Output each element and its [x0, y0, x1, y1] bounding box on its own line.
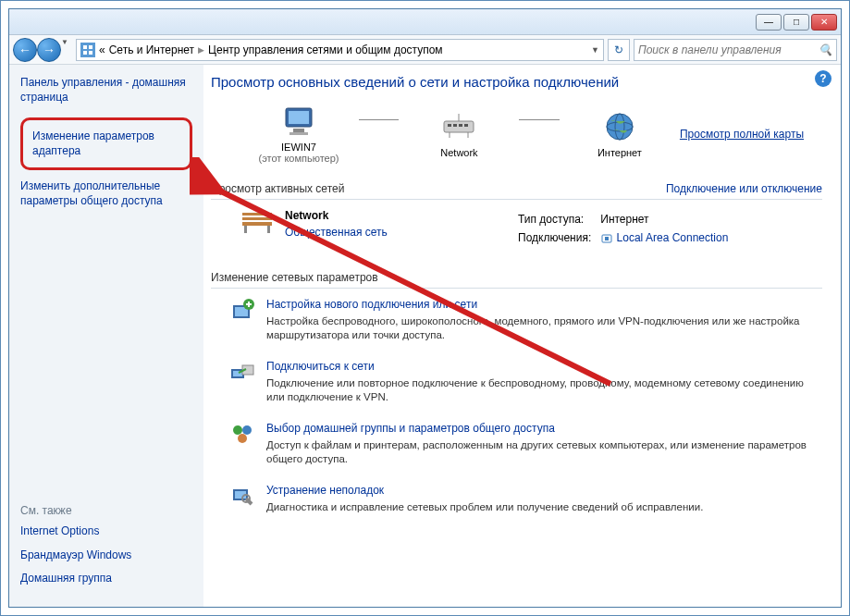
- page-title: Просмотр основных сведений о сети и наст…: [211, 74, 822, 90]
- svg-rect-24: [267, 226, 270, 233]
- svg-rect-13: [464, 124, 468, 127]
- map-node-network: Network: [408, 110, 510, 158]
- park-bench-icon: [239, 209, 276, 235]
- sidebar-advanced-sharing-link[interactable]: Изменить дополнительные параметры общего…: [20, 179, 192, 208]
- map-line-2: [519, 119, 559, 120]
- connection-link[interactable]: Local Area Connection: [617, 231, 729, 244]
- active-network-left: Network Общественная сеть: [239, 209, 498, 249]
- connections-label: Подключения:: [518, 229, 598, 247]
- map-line-1: [359, 119, 399, 120]
- svg-rect-2: [89, 45, 92, 49]
- breadcrumb-segment-1[interactable]: Сеть и Интернет: [109, 43, 194, 56]
- network-type-link[interactable]: Общественная сеть: [285, 226, 388, 239]
- svg-rect-4: [89, 51, 92, 55]
- svg-rect-26: [605, 237, 609, 240]
- access-type-label: Тип доступа:: [518, 211, 598, 228]
- sidebar-internet-options-link[interactable]: Internet Options: [20, 524, 192, 539]
- svg-rect-1: [83, 45, 87, 49]
- task-new-connection-desc: Настройка беспроводного, широкополосного…: [266, 314, 813, 343]
- help-icon[interactable]: ?: [815, 70, 832, 87]
- sidebar-home-link[interactable]: Панель управления - домашняя страница: [20, 76, 192, 105]
- svg-point-34: [233, 425, 242, 435]
- svg-rect-20: [242, 213, 272, 216]
- svg-point-35: [242, 425, 252, 435]
- search-icon: 🔍: [819, 43, 832, 56]
- titlebar: — □ ✕: [9, 9, 841, 35]
- task-homegroup-desc: Доступ к файлам и принтерам, расположенн…: [266, 438, 813, 467]
- window-outer: — □ ✕ ← → ▼ « Сеть и Интернет ▶ Центр уп…: [0, 0, 850, 616]
- svg-rect-7: [293, 129, 304, 132]
- close-button[interactable]: ✕: [811, 14, 837, 31]
- window-frame: — □ ✕ ← → ▼ « Сеть и Интернет ▶ Центр уп…: [8, 8, 842, 608]
- svg-rect-6: [289, 111, 309, 124]
- task-connect-network-desc: Подключение или повторное подключение к …: [266, 376, 813, 405]
- active-networks-label: Просмотр активных сетей: [211, 182, 344, 195]
- svg-rect-21: [242, 217, 272, 220]
- svg-rect-11: [453, 124, 457, 127]
- task-troubleshoot-desc: Диагностика и исправление сетевых пробле…: [266, 500, 703, 515]
- minimize-button[interactable]: —: [756, 14, 782, 31]
- task-new-connection: Настройка нового подключения или сети На…: [229, 298, 813, 343]
- svg-rect-10: [448, 124, 451, 127]
- computer-icon: [280, 105, 317, 138]
- globe-icon: [601, 110, 638, 143]
- active-networks-header: Просмотр активных сетей Подключение или …: [211, 179, 822, 200]
- control-panel-icon: [80, 43, 95, 57]
- refresh-button[interactable]: ↻: [608, 39, 630, 61]
- map-node-network-name: Network: [440, 147, 477, 158]
- new-connection-icon: [229, 298, 255, 324]
- svg-rect-3: [83, 51, 87, 55]
- breadcrumb-separator-icon: ▶: [198, 45, 204, 55]
- content: ? Просмотр основных сведений о сети и на…: [203, 65, 841, 607]
- connect-network-icon: [229, 360, 255, 386]
- change-settings-header: Изменение сетевых параметров: [211, 267, 822, 289]
- maximize-button[interactable]: □: [783, 14, 809, 31]
- troubleshoot-icon: [229, 484, 255, 510]
- svg-rect-8: [289, 132, 308, 135]
- task-connect-network: Подключиться к сети Подключение или повт…: [229, 360, 813, 405]
- homegroup-icon: [229, 422, 255, 448]
- back-button[interactable]: ←: [13, 38, 37, 62]
- search-box[interactable]: 🔍: [634, 39, 837, 61]
- active-network-row: Network Общественная сеть Тип доступа: И…: [211, 209, 822, 249]
- svg-point-36: [238, 434, 247, 443]
- tasks-list: Настройка нового подключения или сети На…: [211, 298, 822, 515]
- search-input[interactable]: [638, 43, 819, 56]
- sidebar-adapter-settings-link[interactable]: Изменение параметров адаптера: [20, 117, 192, 170]
- task-troubleshoot-title[interactable]: Устранение неполадок: [266, 484, 703, 497]
- network-switch-icon: [440, 110, 477, 143]
- change-settings-label: Изменение сетевых параметров: [211, 271, 378, 284]
- map-node-internet-name: Интернет: [597, 147, 642, 158]
- svg-rect-12: [459, 124, 462, 127]
- task-connect-network-title[interactable]: Подключиться к сети: [266, 360, 813, 373]
- forward-button[interactable]: →: [37, 38, 61, 62]
- breadcrumb-dropdown-icon[interactable]: ▼: [591, 45, 599, 55]
- breadcrumb-prefix: «: [99, 43, 105, 56]
- nav-arrows: ← → ▼: [13, 38, 72, 62]
- breadcrumb-segment-2[interactable]: Центр управления сетями и общим доступом: [208, 43, 443, 56]
- map-node-computer-name: IEWIN7: [281, 142, 316, 153]
- task-new-connection-title[interactable]: Настройка нового подключения или сети: [266, 298, 813, 311]
- task-homegroup-title[interactable]: Выбор домашней группы и параметров общег…: [266, 422, 813, 435]
- navbar: ← → ▼ « Сеть и Интернет ▶ Центр управлен…: [9, 35, 841, 65]
- sidebar-firewall-link[interactable]: Брандмауэр Windows: [20, 548, 192, 563]
- sidebar-see-also-label: См. также: [20, 504, 192, 517]
- task-troubleshoot: Устранение неполадок Диагностика и испра…: [229, 484, 813, 515]
- svg-rect-23: [244, 226, 247, 233]
- ethernet-icon: [600, 232, 613, 245]
- sidebar-homegroup-link[interactable]: Домашняя группа: [20, 572, 192, 586]
- sidebar: Панель управления - домашняя страница Из…: [9, 65, 203, 607]
- nav-history-dropdown[interactable]: ▼: [61, 38, 72, 62]
- connect-disconnect-link[interactable]: Подключение или отключение: [666, 182, 822, 195]
- full-map-link[interactable]: Просмотр полной карты: [680, 128, 804, 141]
- network-name: Network: [285, 209, 388, 222]
- map-node-computer: IEWIN7 (этот компьютер): [248, 105, 350, 164]
- breadcrumb[interactable]: « Сеть и Интернет ▶ Центр управления сет…: [76, 39, 604, 61]
- svg-rect-22: [242, 222, 272, 226]
- map-node-internet: Интернет: [569, 110, 671, 158]
- network-map: IEWIN7 (этот компьютер) Network Интернет: [211, 105, 822, 171]
- task-homegroup: Выбор домашней группы и параметров общег…: [229, 422, 813, 467]
- svg-point-17: [607, 114, 633, 140]
- map-node-computer-sub: (этот компьютер): [258, 153, 339, 164]
- body-area: Панель управления - домашняя страница Из…: [9, 65, 841, 607]
